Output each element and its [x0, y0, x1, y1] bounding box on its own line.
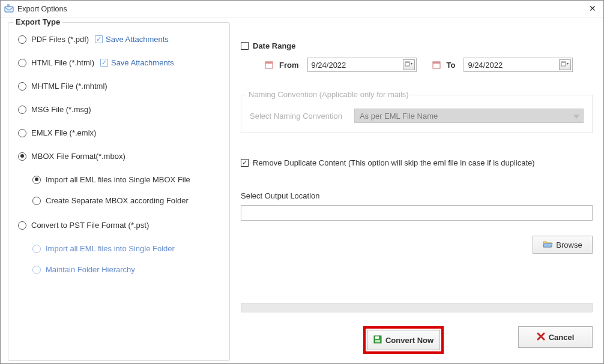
naming-convention-group: Naming Convention (Applicable only for m… — [241, 95, 593, 133]
radio-icon — [18, 152, 26, 161]
svg-rect-2 — [265, 62, 273, 64]
export-type-msg[interactable]: MSG File (*.msg) — [18, 105, 220, 114]
label: Maintain Folder Hierarchy — [46, 265, 135, 274]
export-type-pdf[interactable]: PDF Files (*.pdf) ✓ Save Attachments — [18, 35, 220, 44]
label: PDF Files (*.pdf) — [31, 35, 89, 44]
naming-legend: Naming Convention (Applicable only for m… — [246, 90, 411, 99]
dropdown-icon[interactable] — [559, 59, 571, 70]
chevron-down-icon — [573, 112, 579, 121]
svg-rect-10 — [375, 336, 379, 339]
radio-icon — [18, 82, 26, 91]
label: MSG File (*.msg) — [31, 105, 91, 114]
remove-duplicate-label: Remove Duplicate Content (This option wi… — [253, 158, 535, 167]
label: Import all EML files into Single Folder — [46, 244, 175, 253]
pdf-save-attachments[interactable]: ✓ Save Attachments — [95, 35, 169, 44]
convert-highlight: Convert Now — [363, 326, 444, 354]
label: MBOX File Format(*.mbox) — [31, 152, 125, 161]
naming-label: Select Naming Convention — [250, 112, 342, 121]
checkbox-icon — [241, 42, 249, 50]
date-range-label: Date Range — [253, 41, 296, 50]
svg-rect-8 — [561, 62, 566, 63]
export-type-mbox[interactable]: MBOX File Format(*.mbox) — [18, 152, 220, 161]
checkbox-icon: ✓ — [95, 35, 103, 43]
mbox-separate[interactable]: Create Separate MBOX according Folder — [32, 196, 220, 205]
calendar-icon — [265, 61, 273, 69]
label: Import all EML files into Single MBOX Fi… — [46, 175, 190, 184]
export-type-html[interactable]: HTML File (*.html) ✓ Save Attachments — [18, 58, 220, 67]
radio-icon — [18, 129, 26, 137]
label: Convert to PST File Format (*.pst) — [31, 221, 149, 230]
svg-rect-0 — [5, 7, 13, 12]
save-icon — [373, 335, 382, 345]
output-location-input[interactable] — [241, 205, 593, 221]
progress-bar — [241, 303, 593, 312]
from-label: From — [279, 61, 299, 70]
html-save-attachments[interactable]: ✓ Save Attachments — [100, 58, 174, 67]
checkbox-icon — [241, 159, 249, 167]
svg-rect-6 — [433, 62, 440, 64]
radio-icon — [18, 59, 26, 67]
export-type-mhtml[interactable]: MHTML File (*.mhtml) — [18, 82, 220, 91]
from-date-input[interactable]: 9/24/2022 — [307, 58, 417, 72]
label: Save Attachments — [106, 35, 169, 44]
to-date-value: 9/24/2022 — [468, 61, 503, 70]
app-icon — [4, 4, 14, 14]
radio-icon — [32, 266, 41, 274]
dropdown-icon[interactable] — [403, 59, 415, 70]
close-icon: ✕ — [589, 4, 596, 13]
to-date-input[interactable]: 9/24/2022 — [464, 58, 573, 72]
label: EMLX File (*.emlx) — [31, 128, 96, 137]
from-date-value: 9/24/2022 — [312, 61, 346, 70]
naming-select[interactable]: As per EML File Name — [354, 109, 584, 123]
pst-maintain[interactable]: Maintain Folder Hierarchy — [32, 265, 220, 274]
cancel-label: Cancel — [549, 333, 575, 342]
folder-icon — [543, 240, 552, 250]
radio-icon — [32, 176, 41, 184]
radio-icon — [18, 221, 26, 230]
cancel-button[interactable]: Cancel — [518, 326, 593, 348]
svg-rect-11 — [375, 340, 380, 342]
label: HTML File (*.html) — [31, 58, 94, 67]
remove-duplicate-toggle[interactable]: Remove Duplicate Content (This option wi… — [241, 158, 593, 167]
radio-icon — [32, 245, 41, 253]
window-title: Export Options — [17, 5, 67, 13]
cancel-icon — [537, 332, 545, 342]
naming-value: As per EML File Name — [360, 112, 438, 121]
convert-label: Convert Now — [385, 336, 433, 345]
checkbox-icon: ✓ — [100, 59, 108, 67]
browse-label: Browse — [556, 240, 582, 249]
titlebar: Export Options ✕ — [1, 1, 603, 17]
export-type-pst[interactable]: Convert to PST File Format (*.pst) — [18, 221, 220, 230]
label: Create Separate MBOX according Folder — [46, 196, 189, 205]
output-location-label: Select Output Location — [241, 191, 593, 200]
svg-rect-4 — [405, 62, 409, 63]
radio-icon — [18, 106, 26, 114]
close-button[interactable]: ✕ — [584, 2, 601, 15]
convert-now-button[interactable]: Convert Now — [367, 330, 440, 350]
date-range-toggle[interactable]: Date Range — [241, 41, 593, 50]
calendar-icon — [432, 61, 441, 69]
pst-single[interactable]: Import all EML files into Single Folder — [32, 244, 220, 253]
mbox-single[interactable]: Import all EML files into Single MBOX Fi… — [32, 175, 220, 184]
radio-icon — [18, 35, 26, 44]
label: Save Attachments — [111, 58, 174, 67]
label: MHTML File (*.mhtml) — [31, 82, 107, 91]
export-type-emlx[interactable]: EMLX File (*.emlx) — [18, 128, 220, 137]
radio-icon — [32, 197, 41, 205]
to-label: To — [447, 61, 456, 70]
export-type-legend: Export Type — [13, 17, 62, 26]
browse-button[interactable]: Browse — [533, 236, 593, 254]
export-type-group: Export Type PDF Files (*.pdf) ✓ Save Att… — [8, 22, 230, 361]
